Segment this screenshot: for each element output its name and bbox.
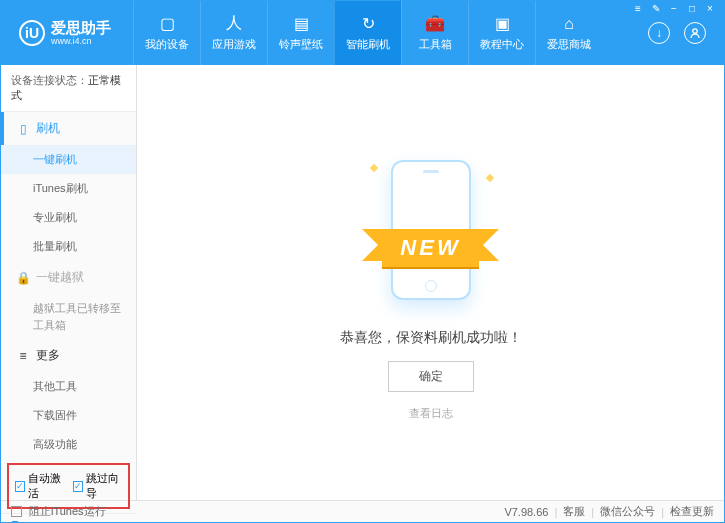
nav-toolbox[interactable]: 🧰 工具箱 <box>401 1 468 65</box>
app-logo-icon: iU <box>19 20 45 46</box>
check-label: 跳过向导 <box>86 471 123 501</box>
sparkle-icon <box>485 173 493 181</box>
sidebar-item-download-firmware[interactable]: 下载固件 <box>1 401 136 430</box>
check-update-link[interactable]: 检查更新 <box>670 504 714 519</box>
version-label: V7.98.66 <box>504 506 548 518</box>
apps-icon: 人 <box>225 15 243 33</box>
section-flash-header[interactable]: ▯ 刷机 <box>1 112 136 145</box>
device-icon: ▢ <box>158 15 176 33</box>
options-highlight-box: ✓ 自动激活 ✓ 跳过向导 <box>7 463 130 509</box>
checkbox-block-itunes[interactable]: 阻止iTunes运行 <box>11 504 106 519</box>
skin-icon[interactable]: ✎ <box>648 3 664 17</box>
sidebar-item-advanced[interactable]: 高级功能 <box>1 430 136 459</box>
nav-ringtone-wallpaper[interactable]: ▤ 铃声壁纸 <box>267 1 334 65</box>
toolbox-icon: 🧰 <box>426 15 444 33</box>
connection-status: 设备连接状态：正常模式 <box>1 65 136 112</box>
app-name: 爱思助手 <box>51 20 111 37</box>
nav-apps-games[interactable]: 人 应用游戏 <box>200 1 267 65</box>
flash-icon: ↻ <box>359 15 377 33</box>
lock-icon: 🔒 <box>16 271 30 285</box>
conn-label: 设备连接状态： <box>11 74 88 86</box>
main-pane: NEW 恭喜您，保资料刷机成功啦！ 确定 查看日志 <box>137 65 724 500</box>
section-jailbreak-header: 🔒 一键越狱 <box>1 261 136 294</box>
section-more-header[interactable]: ≡ 更多 <box>1 339 136 372</box>
close-icon[interactable]: × <box>702 3 718 17</box>
logo-area: iU 爱思助手 www.i4.cn <box>1 20 133 47</box>
view-log-link[interactable]: 查看日志 <box>409 406 453 421</box>
check-label: 阻止iTunes运行 <box>29 504 106 519</box>
success-illustration: NEW <box>331 145 531 315</box>
jailbreak-note: 越狱工具已转移至 工具箱 <box>1 294 136 339</box>
sidebar-item-pro-flash[interactable]: 专业刷机 <box>1 203 136 232</box>
menu-icon[interactable]: ≡ <box>630 3 646 17</box>
nav-tutorial[interactable]: ▣ 教程中心 <box>468 1 535 65</box>
success-message: 恭喜您，保资料刷机成功啦！ <box>340 329 522 347</box>
store-icon: ⌂ <box>560 15 578 33</box>
app-header: ≡ ✎ − □ × iU 爱思助手 www.i4.cn ▢ 我的设备 人 应用游… <box>1 1 724 65</box>
nav-label: 我的设备 <box>145 37 189 52</box>
window-controls: ≡ ✎ − □ × <box>624 1 724 19</box>
check-icon: ✓ <box>15 481 25 492</box>
header-right: ↓ <box>648 22 724 44</box>
checkbox-skip-guide[interactable]: ✓ 跳过向导 <box>73 471 123 501</box>
app-url: www.i4.cn <box>51 36 111 46</box>
section-title: 一键越狱 <box>36 269 84 286</box>
wechat-link[interactable]: 微信公众号 <box>600 504 655 519</box>
nav-label: 应用游戏 <box>212 37 256 52</box>
minimize-icon[interactable]: − <box>666 3 682 17</box>
sparkle-icon <box>369 163 377 171</box>
nav-label: 铃声壁纸 <box>279 37 323 52</box>
new-ribbon: NEW <box>382 229 478 267</box>
nav-label: 工具箱 <box>419 37 452 52</box>
checkbox-auto-activate[interactable]: ✓ 自动激活 <box>15 471 65 501</box>
list-icon: ≡ <box>16 349 30 363</box>
nav-label: 爱思商城 <box>547 37 591 52</box>
user-icon <box>689 27 701 39</box>
nav-label: 教程中心 <box>480 37 524 52</box>
top-nav: ▢ 我的设备 人 应用游戏 ▤ 铃声壁纸 ↻ 智能刷机 🧰 工具箱 ▣ 教程中心… <box>133 1 648 65</box>
svg-point-0 <box>693 29 697 33</box>
check-icon: ✓ <box>73 481 83 492</box>
sidebar-item-batch-flash[interactable]: 批量刷机 <box>1 232 136 261</box>
user-button[interactable] <box>684 22 706 44</box>
sidebar-item-oneclick-flash[interactable]: 一键刷机 <box>1 145 136 174</box>
confirm-button[interactable]: 确定 <box>388 361 474 392</box>
sidebar-item-itunes-flash[interactable]: iTunes刷机 <box>1 174 136 203</box>
sidebar-item-other-tools[interactable]: 其他工具 <box>1 372 136 401</box>
nav-label: 智能刷机 <box>346 37 390 52</box>
media-icon: ▤ <box>292 15 310 33</box>
checkbox-icon <box>11 506 22 517</box>
section-title: 更多 <box>36 347 60 364</box>
download-button[interactable]: ↓ <box>648 22 670 44</box>
check-label: 自动激活 <box>28 471 65 501</box>
nav-store[interactable]: ⌂ 爱思商城 <box>535 1 602 65</box>
phone-icon: ▯ <box>16 122 30 136</box>
customer-service-link[interactable]: 客服 <box>563 504 585 519</box>
section-title: 刷机 <box>36 120 60 137</box>
sidebar: 设备连接状态：正常模式 ▯ 刷机 一键刷机 iTunes刷机 专业刷机 批量刷机… <box>1 65 137 500</box>
maximize-icon[interactable]: □ <box>684 3 700 17</box>
nav-smart-flash[interactable]: ↻ 智能刷机 <box>334 1 401 65</box>
tutorial-icon: ▣ <box>493 15 511 33</box>
nav-my-device[interactable]: ▢ 我的设备 <box>133 1 200 65</box>
